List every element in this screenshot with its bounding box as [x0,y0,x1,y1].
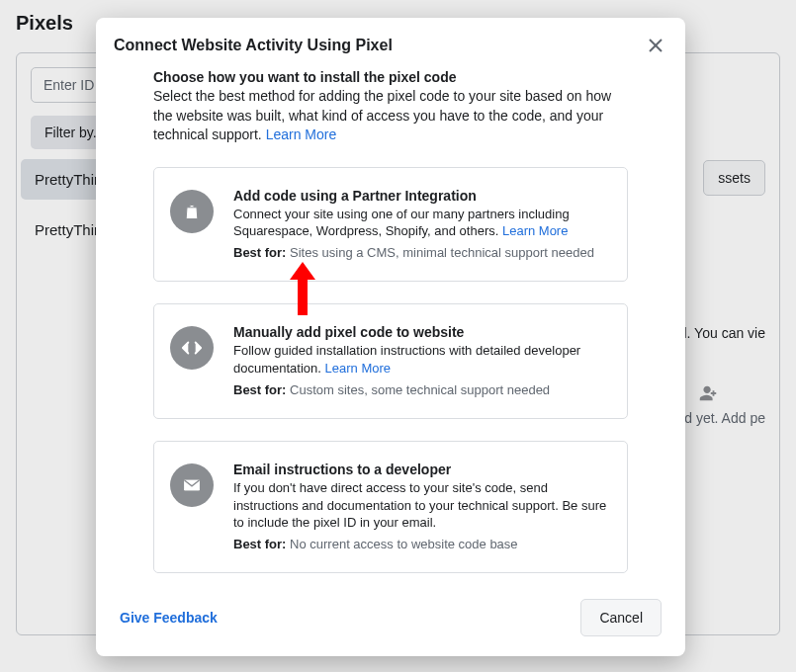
shopping-bag-icon [170,190,214,233]
learn-more-link[interactable]: Learn More [325,361,391,376]
option-body: Manually add pixel code to website Follo… [233,324,607,398]
option-email-developer[interactable]: Email instructions to a developer If you… [153,441,628,573]
option-title: Manually add pixel code to website [233,324,607,340]
option-desc: If you don't have direct access to your … [233,479,607,532]
intro-title: Choose how you want to install the pixel… [153,69,628,85]
intro-text: Select the best method for adding the pi… [153,87,628,145]
option-title: Add code using a Partner Integration [233,188,607,204]
code-icon [170,326,214,370]
option-best-for: Best for: Custom sites, some technical s… [233,381,607,399]
option-best-for: Best for: Sites using a CMS, minimal tec… [233,244,607,262]
mail-icon [170,463,214,507]
close-icon [649,39,663,52]
intro-text-content: Select the best method for adding the pi… [153,88,611,142]
connect-pixel-modal: Connect Website Activity Using Pixel Cho… [96,18,685,656]
learn-more-link[interactable]: Learn More [502,223,568,238]
close-button[interactable] [644,34,667,57]
modal-footer: Give Feedback Cancel [96,581,685,656]
option-title: Email instructions to a developer [233,462,607,477]
cancel-button[interactable]: Cancel [580,599,662,636]
option-body: Email instructions to a developer If you… [233,462,607,552]
option-best-for: Best for: No current access to website c… [233,536,607,553]
option-body: Add code using a Partner Integration Con… [233,188,607,262]
option-desc: Connect your site using one of our many … [233,206,607,240]
modal-header: Connect Website Activity Using Pixel [96,18,685,67]
option-manual-code[interactable]: Manually add pixel code to website Follo… [153,303,628,419]
learn-more-link[interactable]: Learn More [266,126,337,142]
option-desc: Follow guided installation instructions … [233,342,607,377]
modal-title: Connect Website Activity Using Pixel [114,37,393,54]
modal-body: Choose how you want to install the pixel… [96,67,685,581]
give-feedback-link[interactable]: Give Feedback [120,610,218,626]
option-partner-integration[interactable]: Add code using a Partner Integration Con… [153,167,628,283]
